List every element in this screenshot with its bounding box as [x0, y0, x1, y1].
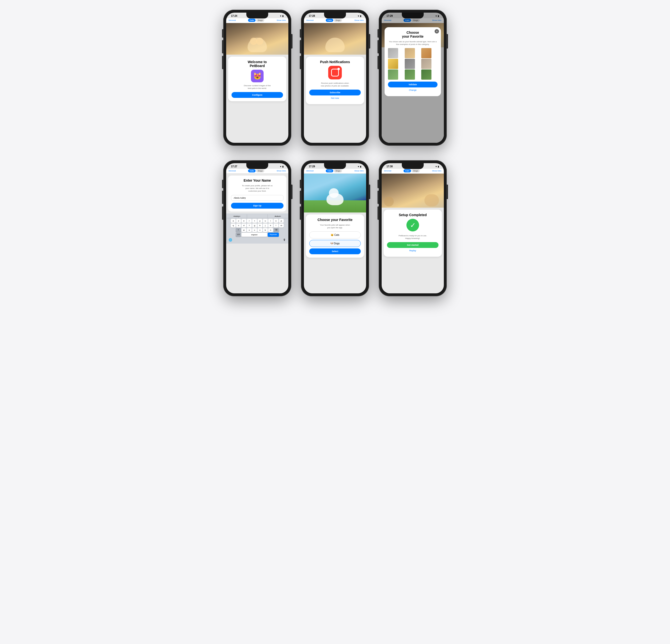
pill-cats-1[interactable]: Cats: [248, 19, 256, 22]
time-1: 17:24: [231, 15, 237, 17]
status-icons-5: ▾ ▮: [358, 165, 361, 168]
photo-9: [421, 69, 431, 80]
keyboard-globe-icon[interactable]: 🌐: [229, 238, 232, 242]
choose-pet-card: Choose your Favorite Your favorite pets …: [306, 215, 364, 258]
key-join[interactable]: Rejoindre: [268, 233, 279, 237]
key-o[interactable]: o: [273, 219, 278, 223]
key-g[interactable]: g: [252, 223, 257, 228]
choose-pet-title: Choose your Favorite: [309, 218, 361, 222]
notif-subtitle: Receive push notifications whennew photo…: [309, 82, 361, 87]
suggestion-aubry[interactable]: «Aubry»: [227, 215, 247, 218]
welcome-subtitle: Discover curated images of thebest pets …: [231, 84, 283, 90]
notif-title: Push Notifications: [309, 60, 361, 64]
cats-option[interactable]: 🐱 Cats: [309, 231, 361, 238]
nav-show-intro-4[interactable]: Show Intro: [277, 170, 286, 172]
pill-dogs-1[interactable]: Dogs: [256, 19, 264, 22]
nav-dimmed-6[interactable]: Dimmed: [384, 170, 391, 172]
pill-dogs-4[interactable]: Dogs: [256, 169, 264, 173]
replay-button[interactable]: Replay: [387, 248, 439, 253]
key-c[interactable]: c: [252, 228, 257, 232]
photo-grid: [388, 48, 438, 80]
key-e[interactable]: e: [241, 219, 246, 223]
nav-pills-1: Cats Dogs: [248, 19, 264, 22]
name-input[interactable]: [231, 195, 283, 201]
get-started-button[interactable]: Get started: [387, 242, 439, 248]
key-u[interactable]: u: [263, 219, 268, 223]
pill-cats-5[interactable]: Cats: [326, 169, 333, 173]
key-backspace[interactable]: ⌫: [273, 228, 279, 232]
key-m[interactable]: m: [279, 223, 284, 228]
nav-dimmed-1[interactable]: Dimmed: [229, 19, 236, 22]
subscribe-button[interactable]: Subscribe: [309, 90, 361, 95]
status-bar-1: 17:24 ▾ ▮: [226, 13, 289, 18]
photo-5: [405, 59, 415, 69]
setup-complete-subtitle: PetBoard is ready for you to use.Happy b…: [387, 234, 439, 240]
key-y[interactable]: y: [257, 219, 263, 223]
key-p[interactable]: p: [279, 219, 284, 223]
battery-icon-6: ▮: [438, 165, 439, 168]
key-i[interactable]: i: [268, 219, 273, 223]
pill-cats-6[interactable]: Cats: [403, 169, 411, 173]
phone-6-wrapper: 17:30 ▾ ▮ Dimmed Cats Dogs Show Intro: [379, 160, 447, 296]
key-j[interactable]: j: [263, 223, 268, 228]
kb-row-3: ⇧ w x c v b n ⌫: [227, 228, 288, 232]
photo-2: [405, 48, 415, 58]
time-2: 17:28: [309, 15, 315, 17]
setup-complete-title: Setup Completed: [387, 213, 439, 217]
key-z[interactable]: z: [236, 219, 241, 223]
key-s[interactable]: s: [236, 223, 241, 228]
key-t[interactable]: t: [252, 219, 257, 223]
pill-dogs-6[interactable]: Dogs: [412, 169, 420, 173]
key-a[interactable]: a: [231, 219, 236, 223]
pill-cats-2[interactable]: Cats: [326, 19, 333, 22]
dogs-option[interactable]: 🐶 Dogs: [309, 240, 361, 247]
nav-show-intro-5[interactable]: Show Intro: [354, 170, 364, 172]
key-b[interactable]: b: [263, 228, 268, 232]
phone-1: 17:24 ▾ ▮ Dimmed Cats Dogs Show Intro: [223, 10, 291, 146]
validate-button[interactable]: Validate: [388, 82, 438, 87]
nav-bar-5: Dimmed Cats Dogs Show Intro: [304, 169, 366, 174]
nav-dimmed-4[interactable]: Dimmed: [229, 170, 236, 172]
pill-cats-4[interactable]: Cats: [248, 169, 256, 173]
key-h[interactable]: h: [257, 223, 263, 228]
keyboard-mic-icon[interactable]: 🎙: [283, 238, 286, 242]
pill-dogs-2[interactable]: Dogs: [334, 19, 342, 22]
key-r[interactable]: r: [247, 219, 252, 223]
key-v[interactable]: v: [257, 228, 263, 232]
key-shift[interactable]: ⇧: [236, 228, 241, 232]
nav-dimmed-5[interactable]: Dimmed: [306, 170, 313, 172]
key-w[interactable]: w: [241, 228, 246, 232]
key-n[interactable]: n: [268, 228, 273, 232]
key-x[interactable]: x: [247, 228, 252, 232]
kb-row-2: q s d f g h j k l m: [227, 223, 288, 228]
modal-close-button[interactable]: ✕: [434, 29, 439, 33]
nav-pills-6: Cats Dogs: [403, 169, 420, 173]
nav-show-intro-1[interactable]: Show Intro: [277, 19, 286, 22]
photo-4: [388, 59, 398, 69]
photo-8: [405, 69, 415, 80]
key-123[interactable]: 123: [236, 233, 241, 237]
nav-show-intro-6[interactable]: Show Intro: [432, 170, 441, 172]
key-space[interactable]: espace: [241, 233, 267, 237]
suggestion-auburn[interactable]: Auburn: [268, 215, 288, 218]
select-button[interactable]: Select: [309, 248, 361, 254]
pill-dogs-5[interactable]: Dogs: [334, 169, 342, 173]
nav-show-intro-2[interactable]: Show Intro: [354, 19, 364, 22]
key-q[interactable]: q: [231, 223, 236, 228]
notif-icon: [328, 66, 342, 79]
key-d[interactable]: d: [241, 223, 246, 228]
nav-dimmed-2[interactable]: Dimmed: [306, 19, 313, 22]
change-button[interactable]: Change: [388, 87, 438, 93]
nav-bar-6: Dimmed Cats Dogs Show Intro: [381, 169, 444, 174]
not-now-button[interactable]: Not now: [309, 95, 361, 101]
suggestion-space: [247, 215, 267, 218]
key-l[interactable]: l: [273, 223, 278, 228]
configure-button[interactable]: Configure: [231, 92, 283, 98]
notif-card: Push Notifications Receive push notifica…: [306, 57, 364, 104]
enter-name-subtitle: To create your profile, please tell usyo…: [231, 184, 283, 193]
modal-overlay-3: ✕ Chooseyour Favorite You chose cats as …: [381, 13, 444, 143]
key-k[interactable]: k: [268, 223, 273, 228]
key-f[interactable]: f: [247, 223, 252, 228]
signup-button[interactable]: Sign Up: [231, 203, 283, 209]
status-icons-2: ▾ ▮: [358, 15, 361, 17]
